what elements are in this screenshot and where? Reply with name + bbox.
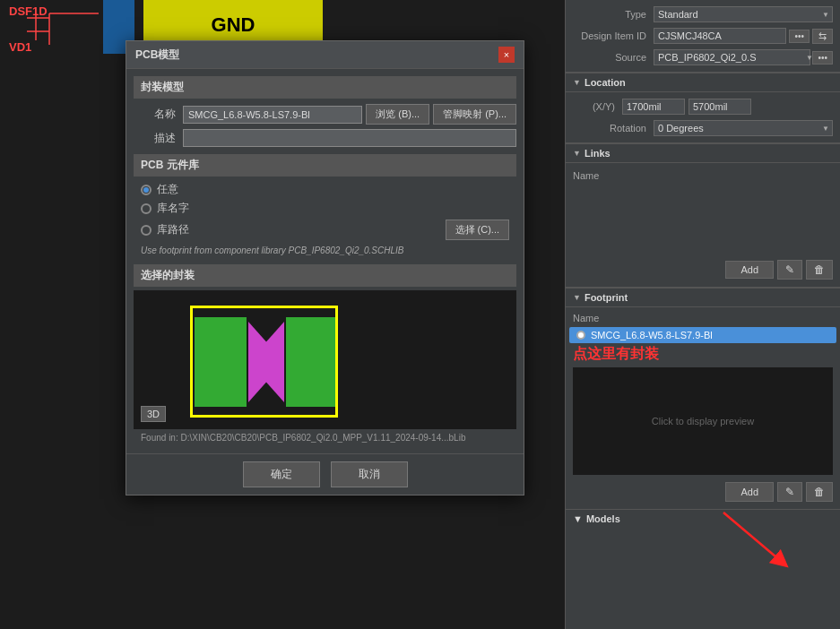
btn-3d[interactable]: 3D (141, 406, 166, 422)
footprint-section-title: 封装模型 (134, 76, 516, 99)
green-pad-right (286, 317, 335, 407)
x-input[interactable] (622, 99, 685, 115)
found-label: Found in: (141, 433, 178, 443)
name-label: 名称 (134, 107, 183, 122)
preview-canvas[interactable]: 3D (134, 290, 516, 429)
radio-libname-row: 库名字 (134, 201, 516, 216)
modal-close-button[interactable]: × (498, 47, 515, 63)
rotation-dropdown[interactable]: 0 Degrees 90 Degrees 180 Degrees 270 Deg… (654, 120, 833, 136)
radio-any-label: 任意 (157, 182, 178, 197)
footprint-title: Footprint (585, 292, 628, 303)
modal-body: 封装模型 名称 浏览 (B)... 管脚映射 (P)... 描述 PCB 元件库… (126, 69, 524, 453)
type-row: Type Standard (566, 4, 840, 25)
location-section: (X/Y) Rotation 0 Degrees 90 Degrees 180 … (566, 92, 840, 143)
footprint-delete-button[interactable]: 🗑 (806, 482, 833, 502)
modal-overlay: PCB模型 × 封装模型 名称 浏览 (B)... 管脚映射 (P)... 描述… (0, 0, 565, 629)
type-section: Type Standard Design Item ID ••• ⇆ Sourc… (566, 0, 840, 73)
radio-libpath-label: 库路径 (157, 222, 189, 237)
type-dropdown[interactable]: Standard (654, 6, 833, 22)
confirm-button[interactable]: 确定 (243, 461, 320, 487)
design-item-id-dots-button[interactable]: ••• (789, 30, 810, 43)
links-edit-button[interactable]: ✎ (777, 260, 802, 280)
select-btn-wrap: 选择 (C)... (442, 220, 510, 240)
source-row: Source PCB_IP6802_Qi2_0.S ••• (566, 47, 840, 68)
right-panel: Type Standard Design Item ID ••• ⇆ Sourc… (565, 0, 840, 629)
footprint-bottom-actions: Add ✎ 🗑 (566, 478, 840, 505)
y-input[interactable] (688, 99, 751, 115)
desc-row: 描述 (134, 129, 516, 147)
selected-section: 选择的封装 3D (134, 264, 516, 446)
footprint-name-header: Name (566, 311, 840, 325)
found-path: D:\XIN\CB20\CB20\PCB_IP6802_Qi2.0_MPP_V1… (180, 433, 465, 443)
design-item-id-row: Design Item ID ••• ⇆ (566, 25, 840, 47)
location-triangle: ▼ (573, 78, 581, 87)
source-dots-button[interactable]: ••• (812, 51, 833, 65)
chinese-annotation: 点这里有封装 (573, 345, 840, 364)
lib-section: PCB 元件库 任意 库名字 库路径 选择 (C)... Use foot (134, 154, 516, 257)
modal-footer: 确定 取消 (126, 453, 524, 495)
preview-text: Click to display preview (652, 416, 754, 427)
modal-titlebar: PCB模型 × (126, 41, 524, 69)
source-dropdown-wrap: PCB_IP6802_Qi2_0.S ••• (654, 49, 833, 65)
radio-libpath-row: 库路径 选择 (C)... (134, 220, 516, 240)
footprint-item[interactable]: SMCG_L6.8-W5.8-LS7.9-Bl (569, 327, 836, 343)
links-header: ▼ Links (566, 143, 840, 163)
found-text: Found in: D:\XIN\CB20\CB20\PCB_IP6802_Qi… (134, 429, 516, 446)
radio-libname-label: 库名字 (157, 201, 189, 216)
footprint-header: ▼ Footprint (566, 288, 840, 307)
selected-title: 选择的封装 (134, 264, 516, 287)
name-input[interactable] (183, 106, 362, 124)
design-id-value-wrap: ••• ⇆ (654, 28, 833, 44)
design-item-id-input[interactable] (654, 28, 786, 44)
location-header: ▼ Location (566, 73, 840, 92)
rotation-label: Rotation (573, 123, 654, 134)
links-title: Links (585, 148, 611, 159)
footprint-preview-area[interactable]: Click to display preview (573, 367, 833, 475)
xy-row: (X/Y) (566, 96, 840, 117)
models-header: ▼ Models (566, 509, 840, 528)
links-section: Name Add ✎ 🗑 (566, 163, 840, 288)
source-dropdown[interactable]: PCB_IP6802_Qi2_0.S (654, 49, 810, 65)
chinese-annotation-wrap: 点这里有封装 (566, 345, 840, 364)
links-actions: Add ✎ 🗑 (566, 256, 840, 283)
select-button[interactable]: 选择 (C)... (446, 220, 510, 240)
design-item-id-label: Design Item ID (573, 30, 654, 41)
models-triangle: ▼ (573, 513, 583, 524)
radio-lib-path[interactable] (141, 225, 152, 236)
type-dropdown-wrap[interactable]: Standard (654, 6, 833, 22)
design-item-id-settings-button[interactable]: ⇆ (812, 29, 833, 44)
links-add-button[interactable]: Add (725, 261, 774, 279)
location-title: Location (585, 77, 626, 88)
desc-label: 描述 (134, 131, 183, 146)
radio-any[interactable] (141, 185, 152, 195)
links-triangle: ▼ (573, 149, 581, 158)
footprint-section: Name SMCG_L6.8-W5.8-LS7.9-Bl 点这里有封装 Clic… (566, 307, 840, 509)
source-label: Source (573, 52, 654, 63)
links-delete-button[interactable]: 🗑 (806, 260, 833, 280)
rotation-dropdown-wrap[interactable]: 0 Degrees 90 Degrees 180 Degrees 270 Deg… (654, 120, 833, 136)
name-row: 名称 浏览 (B)... 管脚映射 (P)... (134, 104, 516, 125)
footprint-triangle: ▼ (573, 293, 581, 302)
modal-title: PCB模型 (135, 47, 179, 63)
xy-label: (X/Y) (573, 101, 622, 112)
pcb-model-dialog: PCB模型 × 封装模型 名称 浏览 (B)... 管脚映射 (P)... 描述… (126, 40, 524, 495)
footprint-radio (576, 331, 585, 340)
type-label: Type (573, 9, 654, 20)
radio-lib-name[interactable] (141, 203, 152, 214)
desc-input[interactable] (183, 129, 516, 147)
models-title: Models (586, 513, 620, 524)
links-name-header: Name (566, 167, 840, 185)
lib-note: Use footprint from component library PCB… (134, 244, 516, 257)
footprint-edit-button[interactable]: ✎ (777, 482, 802, 502)
green-pad-left (195, 317, 247, 407)
lib-title: PCB 元件库 (134, 154, 516, 177)
bowtie-symbol (248, 322, 284, 402)
radio-any-row: 任意 (134, 182, 516, 197)
links-content (566, 185, 840, 256)
pin-map-button[interactable]: 管脚映射 (P)... (433, 104, 516, 125)
cancel-button[interactable]: 取消 (331, 461, 408, 487)
footprint-item-text: SMCG_L6.8-W5.8-LS7.9-Bl (591, 330, 829, 340)
rotation-row: Rotation 0 Degrees 90 Degrees 180 Degree… (566, 117, 840, 139)
browse-button[interactable]: 浏览 (B)... (366, 104, 429, 125)
footprint-add-button[interactable]: Add (725, 482, 774, 502)
